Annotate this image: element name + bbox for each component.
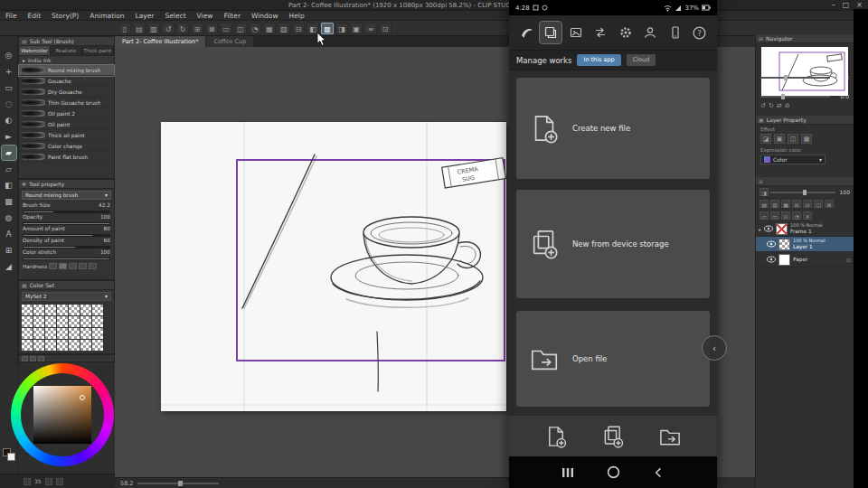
- transfer-icon[interactable]: [590, 22, 611, 43]
- menu-item[interactable]: Filter: [218, 12, 246, 20]
- tool-icon[interactable]: ◐: [2, 113, 16, 127]
- prop-value[interactable]: 60: [104, 238, 110, 245]
- menu-item[interactable]: Select: [159, 12, 191, 20]
- prop-slider[interactable]: [23, 222, 110, 225]
- new-layer-icon[interactable]: ▱: [760, 211, 769, 220]
- prop-value[interactable]: 100: [100, 214, 110, 221]
- canvas-paper[interactable]: CREMA SUG: [161, 122, 506, 411]
- new-from-device-button[interactable]: New from device storage: [516, 190, 710, 298]
- menu-item[interactable]: File: [0, 12, 23, 20]
- manage-works-icon[interactable]: [540, 22, 561, 43]
- delete-layer-icon[interactable]: ✕: [803, 211, 812, 220]
- toolbar-icon[interactable]: ↻: [176, 23, 189, 34]
- navigator-rotate-icon[interactable]: ⇄: [777, 101, 782, 110]
- create-new-file-button[interactable]: Create new file: [516, 78, 710, 179]
- toolbar-icon[interactable]: ⊟: [292, 23, 305, 34]
- transparent-swatch[interactable]: [22, 305, 33, 315]
- transparent-swatch[interactable]: [57, 340, 68, 351]
- blend-mode-icon[interactable]: ◨: [760, 188, 769, 196]
- new-file-shortcut-icon[interactable]: [544, 425, 568, 448]
- doc-tab-active[interactable]: Part 2- Coffee Illustration*: [115, 36, 205, 47]
- toolbar-icon[interactable]: ↺: [162, 23, 175, 34]
- doc-tab-inactive[interactable]: Coffee Cup: [206, 36, 253, 47]
- transparent-swatch[interactable]: [92, 305, 103, 315]
- transparent-swatch[interactable]: [22, 328, 33, 339]
- hardness-segment[interactable]: [79, 263, 87, 269]
- brush-list-item[interactable]: Oil paint 2: [19, 108, 114, 119]
- toolbar-icon[interactable]: ≡: [364, 23, 377, 34]
- toolbar-icon[interactable]: ⊠: [205, 23, 218, 34]
- brush-list-item[interactable]: Thin Gouache brush: [19, 98, 114, 108]
- menu-item[interactable]: Animation: [84, 12, 129, 20]
- navigator-rotate-icon[interactable]: ↻: [769, 101, 774, 110]
- navigator-zoom-slider[interactable]: [760, 77, 830, 79]
- canvas-zoom-slider[interactable]: [137, 483, 219, 484]
- transparent-swatch[interactable]: [69, 340, 80, 351]
- transparent-swatch[interactable]: [33, 305, 44, 315]
- toolbar-icon[interactable]: ◨: [335, 23, 348, 34]
- tool-icon[interactable]: ▩: [2, 194, 16, 209]
- sub-color-chip[interactable]: [7, 453, 15, 461]
- navigator-thumbnail[interactable]: [761, 47, 848, 96]
- new-folder-icon[interactable]: ▭: [770, 211, 779, 220]
- color-slider-tab-icon[interactable]: [30, 356, 36, 361]
- extract-line-effect-icon[interactable]: ▩: [801, 134, 812, 144]
- toolbar-icon[interactable]: ▧: [278, 23, 290, 34]
- tool-icon[interactable]: ◍: [2, 211, 16, 225]
- transparent-swatch[interactable]: [57, 316, 68, 327]
- toolbar-icon[interactable]: ◔: [249, 23, 261, 34]
- tone-effect-icon[interactable]: ▣: [774, 134, 785, 144]
- status-icon[interactable]: [56, 478, 63, 485]
- transparent-swatch[interactable]: [45, 316, 56, 327]
- visibility-eye-icon[interactable]: [764, 225, 773, 232]
- open-file-button[interactable]: Open file: [516, 311, 710, 407]
- expand-arrow-icon[interactable]: ▸: [759, 226, 761, 232]
- layer-icon[interactable]: ⊟: [803, 200, 812, 208]
- transparent-swatch[interactable]: [92, 340, 103, 351]
- brush-list-item[interactable]: Dry Gouache: [19, 87, 114, 98]
- layer-opacity-slider[interactable]: [770, 192, 835, 193]
- menu-item[interactable]: Edit: [23, 12, 47, 20]
- status-icon[interactable]: [45, 478, 52, 485]
- recents-button[interactable]: [561, 466, 574, 479]
- brush-list-item[interactable]: Paint flat brush: [19, 152, 114, 163]
- visibility-eye-icon[interactable]: [767, 240, 776, 248]
- layer-icon[interactable]: ⊞: [792, 200, 801, 208]
- transparent-swatch[interactable]: [57, 305, 68, 315]
- subtool-tab-thick[interactable]: Thick paint: [82, 46, 114, 55]
- help-icon[interactable]: ?: [689, 22, 711, 43]
- transparent-swatch[interactable]: [33, 328, 44, 339]
- slider-knob[interactable]: [781, 94, 785, 99]
- device-icon[interactable]: [665, 22, 686, 43]
- navigator-rotate-slider[interactable]: [760, 96, 830, 98]
- toolbar-icon[interactable]: ⊞: [191, 23, 203, 34]
- tool-icon[interactable]: ▰: [2, 145, 16, 160]
- transparent-swatch[interactable]: [45, 305, 56, 315]
- prop-slider[interactable]: [23, 234, 110, 237]
- transparent-swatch[interactable]: [80, 340, 91, 351]
- prop-value[interactable]: 42.2: [99, 202, 110, 210]
- toolbar-icon[interactable]: ▣: [350, 23, 363, 34]
- account-icon[interactable]: [639, 22, 661, 43]
- toolbar-icon[interactable]: ⊡: [379, 23, 392, 34]
- layer-thumbnail[interactable]: [778, 254, 790, 266]
- hardness-segment[interactable]: [69, 263, 77, 269]
- floating-handle[interactable]: ‹: [702, 335, 727, 361]
- tool-icon[interactable]: ▱: [2, 162, 16, 176]
- transparent-swatch[interactable]: [80, 316, 91, 327]
- maximize-button[interactable]: □: [843, 1, 850, 9]
- merge-icon[interactable]: ⊡: [781, 211, 790, 220]
- transparent-swatch[interactable]: [92, 328, 103, 339]
- prop-value[interactable]: 100: [100, 249, 110, 257]
- tool-icon[interactable]: ◢: [2, 259, 16, 274]
- menu-item[interactable]: Story(P): [46, 12, 84, 20]
- navigator-rotate-icon[interactable]: ↺: [760, 101, 766, 110]
- slider-knob[interactable]: [784, 75, 788, 80]
- color-picker-cursor[interactable]: [80, 395, 85, 400]
- border-effect-icon[interactable]: ◪: [760, 134, 771, 144]
- transparent-swatch[interactable]: [45, 328, 56, 339]
- minimize-button[interactable]: –: [832, 1, 835, 9]
- prop-slider[interactable]: [23, 258, 110, 260]
- settings-gear-icon[interactable]: [615, 22, 637, 43]
- layer-icon[interactable]: ▤: [760, 200, 769, 208]
